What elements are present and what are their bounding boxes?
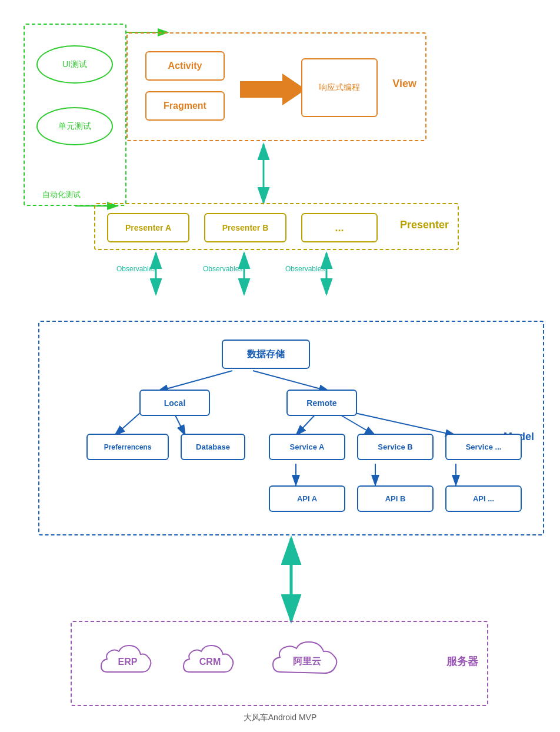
view-section: Activity Fragment 响应式编程 View [126, 32, 426, 141]
observables-label-3: Observables [285, 265, 325, 273]
auto-test-label: 自动化测试 [42, 189, 81, 200]
service-a-box: Service A [269, 434, 345, 460]
presenter-dots-box: ... [301, 213, 378, 242]
service-b-box: Service B [357, 434, 434, 460]
database-box: Database [181, 434, 245, 460]
preferences-box: Preferrencens [86, 434, 169, 460]
unit-test-ellipse: 单元测试 [36, 107, 113, 145]
test-section: UI测试 单元测试 自动化测试 [24, 24, 126, 206]
erp-cloud: ERP [92, 634, 163, 690]
erp-label: ERP [118, 657, 138, 667]
presenter-a-box: Presenter A [107, 213, 189, 242]
aliyun-cloud: 阿里云 [266, 634, 348, 690]
presenter-label: Presenter [400, 219, 449, 231]
unit-test-label: 单元测试 [58, 121, 91, 132]
ui-test-ellipse: UI测试 [36, 45, 113, 84]
diagram-container: UI测试 单元测试 自动化测试 Activity Fragment 响应式编程 … [0, 0, 560, 732]
server-section: 服务器 ERP CRM 阿里云 [71, 621, 488, 706]
api-dots-box: API ... [445, 485, 522, 512]
fragment-box: Fragment [145, 91, 225, 121]
model-section: Model 数据存储 Local Remote Preferrencens Da… [38, 321, 544, 535]
presenter-b-box: Presenter B [204, 213, 286, 242]
observables-label-2: Observables [203, 265, 242, 273]
server-label: 服务器 [446, 654, 478, 668]
view-label: View [392, 78, 416, 90]
crm-cloud: CRM [175, 634, 245, 690]
api-b-box: API B [357, 485, 434, 512]
presenter-section: Presenter A Presenter B ... Presenter [94, 203, 459, 250]
footer-text: 大风车Android MVP [244, 713, 316, 723]
aliyun-label: 阿里云 [293, 656, 321, 668]
ui-test-label: UI测试 [62, 59, 87, 70]
data-storage-box: 数据存储 [222, 340, 310, 369]
reactive-box: 响应式编程 [301, 58, 378, 117]
observables-label-1: Observables [116, 265, 156, 273]
service-dots-box: Service ... [445, 434, 522, 460]
api-a-box: API A [269, 485, 345, 512]
remote-box: Remote [286, 390, 357, 416]
crm-label: CRM [199, 657, 221, 667]
activity-box: Activity [145, 51, 225, 81]
local-box: Local [139, 390, 210, 416]
